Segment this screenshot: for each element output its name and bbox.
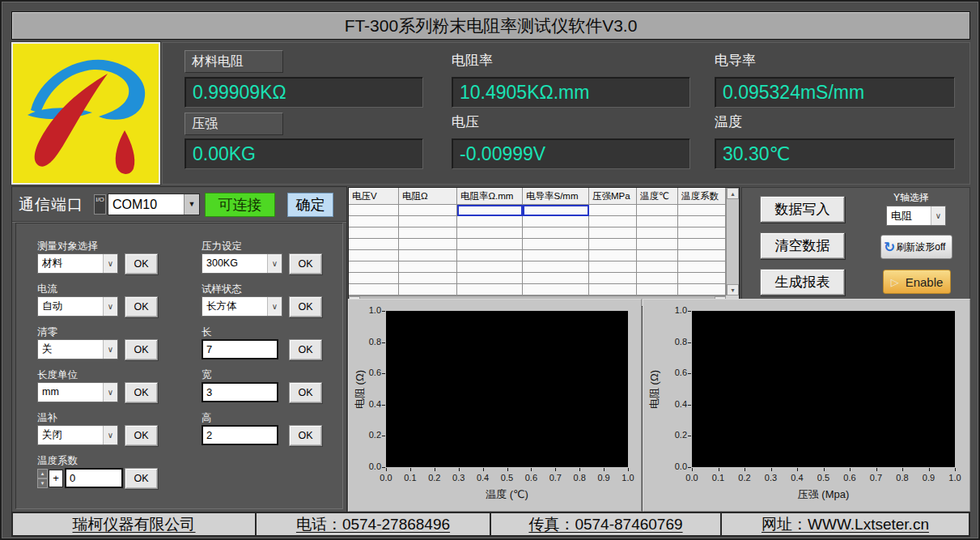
scroll-down-icon[interactable]: ▾ — [727, 284, 739, 296]
table-cell[interactable] — [589, 205, 637, 216]
table-cell[interactable] — [678, 227, 726, 239]
measure-object-combo[interactable]: 材料∨ — [37, 253, 118, 274]
table-cell[interactable] — [637, 284, 678, 296]
table-cell[interactable] — [457, 261, 523, 273]
table-cell[interactable] — [678, 261, 726, 273]
length-ok-button[interactable]: OK — [289, 339, 322, 360]
table-cell[interactable] — [678, 250, 726, 261]
table-cell[interactable] — [349, 227, 399, 239]
length-input[interactable] — [202, 339, 278, 359]
height-ok-button[interactable]: OK — [289, 425, 322, 446]
table-cell[interactable] — [637, 227, 678, 239]
pressure-setting-ok-button[interactable]: OK — [289, 253, 322, 274]
table-cell[interactable] — [349, 239, 399, 250]
chevron-down-icon[interactable]: ∨ — [103, 426, 117, 444]
pressure-setting-combo[interactable]: 300KG∨ — [202, 253, 282, 274]
table-cell[interactable] — [399, 273, 457, 284]
temp-compensation-combo[interactable]: 关闭∨ — [37, 425, 118, 445]
table-cell[interactable] — [523, 227, 589, 239]
table-cell[interactable] — [678, 284, 726, 296]
table-cell[interactable] — [523, 273, 589, 284]
table-cell[interactable] — [399, 261, 457, 273]
table-cell[interactable] — [637, 273, 678, 284]
table-cell[interactable] — [399, 284, 457, 296]
table-cell[interactable] — [523, 284, 589, 296]
current-combo[interactable]: 自动∨ — [37, 296, 118, 317]
length-unit-combo[interactable]: mm∨ — [37, 382, 118, 402]
refresh-waveform-button[interactable]: ↻ 刷新波形off — [880, 235, 952, 259]
table-cell[interactable] — [349, 205, 399, 216]
zeroing-combo[interactable]: 关∨ — [37, 339, 118, 359]
table-cell[interactable] — [349, 261, 399, 273]
table-cell[interactable] — [349, 273, 399, 284]
table-cell[interactable] — [589, 239, 637, 250]
connect-status-button[interactable]: 可连接 — [205, 193, 275, 217]
table-cell[interactable] — [678, 205, 726, 216]
chevron-down-icon[interactable]: ∨ — [103, 340, 117, 359]
table-cell[interactable] — [637, 250, 678, 261]
table-cell[interactable] — [457, 273, 523, 284]
sample-shape-combo[interactable]: 长方体∨ — [202, 296, 282, 317]
temp-compensation-ok-button[interactable]: OK — [125, 425, 158, 446]
table-cell[interactable] — [589, 216, 637, 227]
table-cell[interactable] — [589, 227, 637, 239]
vertical-scrollbar[interactable]: ▴▾ — [726, 188, 739, 296]
table-cell[interactable] — [399, 250, 457, 261]
table-cell[interactable] — [457, 216, 523, 227]
dropdown-arrow-icon[interactable]: ▼ — [184, 194, 199, 215]
temp-coefficient-ok-button[interactable]: OK — [125, 468, 158, 489]
table-cell[interactable] — [349, 284, 399, 296]
write-data-button[interactable]: 数据写入 — [760, 196, 845, 223]
width-input[interactable] — [202, 382, 278, 402]
table-cell[interactable] — [399, 205, 457, 216]
measure-object-ok-button[interactable]: OK — [125, 253, 158, 274]
table-cell[interactable] — [589, 284, 637, 296]
chevron-down-icon[interactable]: ∨ — [103, 297, 117, 316]
table-cell[interactable] — [637, 239, 678, 250]
current-ok-button[interactable]: OK — [125, 296, 158, 317]
table-cell[interactable] — [349, 250, 399, 261]
confirm-button[interactable]: 确定 — [287, 193, 333, 217]
table-cell[interactable] — [678, 216, 726, 227]
table-cell[interactable] — [678, 239, 726, 250]
chevron-down-icon[interactable]: ∨ — [267, 254, 282, 273]
report-button[interactable]: 生成报表 — [760, 269, 845, 296]
table-cell[interactable] — [678, 273, 726, 284]
table-cell[interactable] — [637, 261, 678, 273]
table-cell[interactable] — [457, 250, 523, 261]
chevron-down-icon[interactable]: ∨ — [103, 383, 117, 402]
table-cell[interactable] — [523, 250, 589, 261]
table-cell[interactable] — [589, 261, 637, 273]
table-cell[interactable] — [637, 205, 678, 216]
table-cell[interactable] — [349, 216, 399, 227]
table-cell[interactable] — [457, 284, 523, 296]
table-cell[interactable] — [523, 205, 589, 216]
table-cell[interactable] — [457, 205, 523, 216]
enable-button[interactable]: ▷ Enable — [883, 270, 951, 294]
com-port-combo[interactable]: COM10 ▼ — [108, 193, 200, 215]
table-cell[interactable] — [399, 239, 457, 250]
table-cell[interactable] — [457, 227, 523, 239]
scroll-up-icon[interactable]: ▴ — [727, 188, 739, 199]
table-cell[interactable] — [523, 239, 589, 250]
increment-icon[interactable]: ▲ — [37, 469, 48, 478]
table-cell[interactable] — [399, 216, 457, 227]
table-cell[interactable] — [523, 216, 589, 227]
y-axis-combo[interactable]: 电阻 ∨ — [886, 206, 946, 226]
height-input[interactable] — [202, 425, 278, 445]
table-cell[interactable] — [457, 239, 523, 250]
chevron-down-icon[interactable]: ∨ — [931, 206, 945, 225]
width-ok-button[interactable]: OK — [289, 382, 322, 403]
table-cell[interactable] — [589, 273, 637, 284]
table-cell[interactable] — [637, 216, 678, 227]
chevron-down-icon[interactable]: ∨ — [103, 254, 117, 273]
table-cell[interactable] — [399, 227, 457, 239]
table-cell[interactable] — [589, 250, 637, 261]
length-unit-ok-button[interactable]: OK — [125, 382, 158, 403]
decrement-icon[interactable]: ▼ — [37, 478, 48, 488]
zeroing-ok-button[interactable]: OK — [125, 339, 158, 360]
sample-shape-ok-button[interactable]: OK — [289, 296, 322, 317]
table-cell[interactable] — [523, 261, 589, 273]
clear-data-button[interactable]: 清空数据 — [760, 232, 845, 259]
temp-coefficient-input[interactable] — [65, 468, 123, 488]
